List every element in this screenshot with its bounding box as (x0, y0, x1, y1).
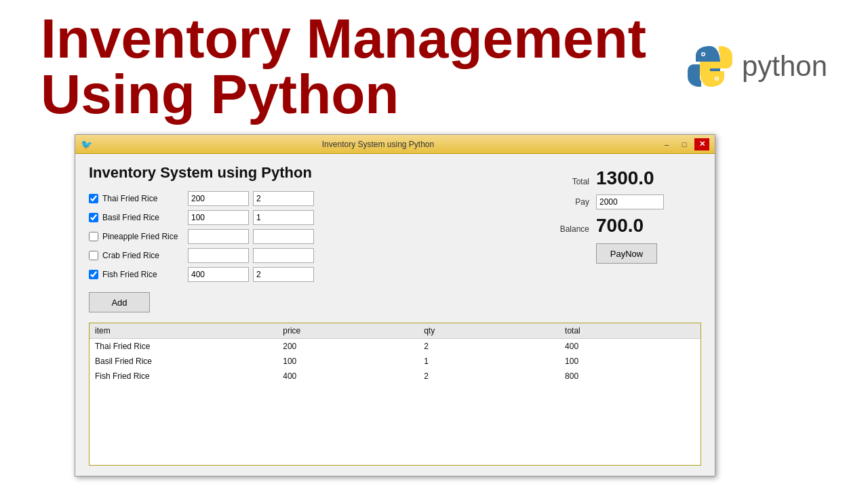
table-cell-price: 400 (277, 369, 418, 384)
table-cell-total: 800 (559, 369, 701, 384)
window-title: Inventory System using Python (97, 140, 659, 149)
python-snake-icon (686, 43, 734, 90)
item-checkbox-2[interactable] (89, 232, 98, 241)
table-cell-item: Fish Fried Rice (90, 369, 277, 384)
svg-point-3 (715, 77, 717, 79)
item-label-1: Basil Fried Rice (102, 213, 184, 222)
minimize-button[interactable]: – (659, 138, 674, 150)
col-header-total: total (559, 323, 701, 339)
window-controls: – □ ✕ (659, 138, 709, 150)
item-checkbox-1[interactable] (89, 213, 98, 222)
item-checkbox-4[interactable] (89, 270, 98, 279)
item-price-input-4[interactable] (188, 267, 249, 282)
table-cell-qty: 1 (418, 354, 559, 369)
table-cell-item: Thai Fried Rice (90, 339, 277, 354)
col-header-qty: qty (418, 323, 559, 339)
table-row: Thai Fried Rice2002400 (90, 339, 701, 354)
col-header-item: item (90, 323, 277, 339)
table-header-row: item price qty total (90, 323, 701, 339)
app-window: 🐦 Inventory System using Python – □ ✕ In… (75, 134, 715, 476)
window-icon: 🐦 (81, 139, 92, 150)
total-row: Total 1300.0 (552, 167, 701, 189)
item-label-4: Fish Fried Rice (102, 270, 184, 279)
banner-title: Inventory Management Using Python (41, 11, 673, 122)
item-row: Basil Fried Rice (89, 210, 538, 225)
table-container: item price qty total Thai Fried Rice2002… (89, 323, 701, 466)
add-button[interactable]: Add (89, 292, 150, 312)
balance-value: 700.0 (596, 215, 644, 237)
right-panel: Total 1300.0 Pay Balance 700.0 PayNow (552, 164, 701, 323)
item-checkbox-3[interactable] (89, 251, 98, 260)
maximize-button[interactable]: □ (677, 138, 692, 150)
banner: Inventory Management Using Python python (0, 0, 868, 132)
total-label: Total (552, 177, 589, 186)
top-section: Inventory System using Python Thai Fried… (89, 164, 701, 323)
table-row: Fish Fried Rice4002800 (90, 369, 701, 384)
table-cell-qty: 2 (418, 339, 559, 354)
item-label-3: Crab Fried Rice (102, 251, 184, 260)
item-price-input-1[interactable] (188, 210, 249, 225)
window-titlebar: 🐦 Inventory System using Python – □ ✕ (75, 135, 715, 154)
table-cell-price: 200 (277, 339, 418, 354)
item-qty-input-1[interactable] (253, 210, 314, 225)
item-label-0: Thai Fried Rice (102, 194, 184, 203)
item-checkbox-0[interactable] (89, 194, 98, 203)
close-button[interactable]: ✕ (694, 138, 709, 150)
pay-row: Pay (552, 195, 701, 209)
item-label-2: Pineapple Fried Rice (102, 232, 184, 241)
item-row: Thai Fried Rice (89, 191, 538, 206)
item-qty-input-2[interactable] (253, 229, 314, 244)
svg-point-1 (702, 53, 704, 55)
python-logo-area: python (686, 43, 827, 90)
balance-row: Balance 700.0 (552, 215, 701, 237)
table-body: Thai Fried Rice2002400Basil Fried Rice10… (90, 339, 701, 384)
pay-input[interactable] (596, 195, 664, 209)
table-cell-total: 400 (559, 339, 701, 354)
table-cell-total: 100 (559, 354, 701, 369)
items-container: Thai Fried RiceBasil Fried RicePineapple… (89, 191, 538, 282)
item-row: Fish Fried Rice (89, 267, 538, 282)
pay-now-button[interactable]: PayNow (596, 243, 657, 264)
python-text-logo: python (742, 50, 827, 83)
item-row: Pineapple Fried Rice (89, 229, 538, 244)
table-row: Basil Fried Rice1001100 (90, 354, 701, 369)
item-price-input-0[interactable] (188, 191, 249, 206)
item-qty-input-3[interactable] (253, 248, 314, 263)
item-row: Crab Fried Rice (89, 248, 538, 263)
item-price-input-2[interactable] (188, 229, 249, 244)
window-body: Inventory System using Python Thai Fried… (75, 154, 715, 476)
app-title: Inventory System using Python (89, 164, 538, 182)
table-cell-price: 100 (277, 354, 418, 369)
col-header-price: price (277, 323, 418, 339)
item-qty-input-0[interactable] (253, 191, 314, 206)
add-btn-row: Add (89, 292, 538, 312)
item-qty-input-4[interactable] (253, 267, 314, 282)
table-cell-qty: 2 (418, 369, 559, 384)
table-cell-item: Basil Fried Rice (90, 354, 277, 369)
inventory-table: item price qty total Thai Fried Rice2002… (90, 323, 701, 384)
left-panel: Inventory System using Python Thai Fried… (89, 164, 538, 323)
balance-label: Balance (552, 224, 589, 234)
total-value: 1300.0 (596, 167, 654, 189)
item-price-input-3[interactable] (188, 248, 249, 263)
pay-label: Pay (552, 197, 589, 207)
